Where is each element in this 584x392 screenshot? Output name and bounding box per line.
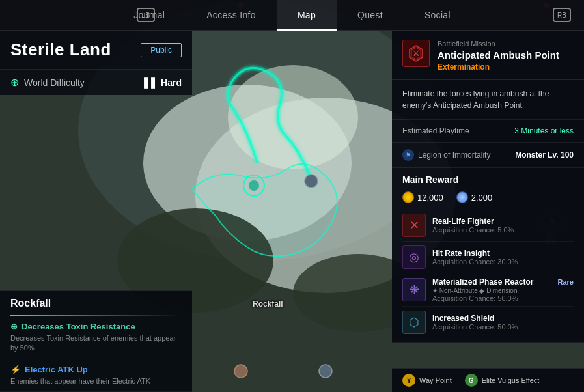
- difficulty-value: ❚❚ Hard: [141, 76, 182, 89]
- enemy-stat: ⚑ Legion of Immortality Monster Lv. 100: [392, 143, 584, 168]
- mission-icon: ⚔: [402, 40, 430, 67]
- effect-electric-desc: Enemies that appear have their Electric …: [10, 376, 182, 386]
- legion-icon: ⚑: [402, 149, 414, 161]
- rockfall-panel: Rockfall ⊕ Decreases Toxin Resistance De…: [0, 290, 192, 392]
- nav-tabs: Journal Access Info Map Quest Social: [113, 0, 471, 31]
- reward-name-shield: Increased Shield: [432, 314, 574, 323]
- reward-img-fighter: ✕: [402, 214, 426, 237]
- svg-point-11: [319, 365, 332, 378]
- mission-type: Battlefield Mission: [438, 40, 574, 48]
- reward-chance-insight: Acquisition Chance: 30.0%: [432, 258, 574, 266]
- elite-action[interactable]: G Elite Vulgus Effect: [465, 374, 540, 387]
- reward-chance-shield: Acquisition Chance: 50.0%: [432, 323, 574, 331]
- mission-name: Anticipated Ambush Point: [438, 49, 574, 61]
- reward-title: Main Reward: [402, 175, 574, 185]
- mission-header: ⚔ Battlefield Mission Anticipated Ambush…: [392, 31, 584, 80]
- toxin-icon: ⊕: [10, 322, 18, 331]
- map-label-rockfall: Rockfall: [253, 300, 283, 309]
- electric-icon: ⚡: [10, 365, 21, 374]
- svg-point-10: [234, 365, 247, 378]
- playtime-value: 3 Minutes or less: [514, 126, 574, 135]
- rockfall-title: Rockfall: [0, 291, 192, 315]
- reward-attrs-reactor: ✦ Non-Attribute ◆ Dimension: [432, 287, 574, 294]
- mission-description: Eliminate the forces lying in ambush at …: [392, 80, 584, 120]
- effect-electric: ⚡ Electric ATK Up Enemies that appear ha…: [0, 359, 192, 392]
- enemy-label: ⚑ Legion of Immortality: [402, 149, 490, 161]
- elite-button[interactable]: G: [465, 374, 478, 387]
- reward-chance-fighter: Acquisition Chance: 5.0%: [432, 226, 574, 234]
- reward-section: Main Reward 12,000 2,000 ✕ Real-Life Fig…: [392, 168, 584, 343]
- effect-toxin: ⊕ Decreases Toxin Resistance Decreases T…: [0, 316, 192, 359]
- reward-item-1: ◎ Hit Rate Insight Acquisition Chance: 3…: [402, 242, 574, 273]
- reward-item-3: ⬡ Increased Shield Acquisition Chance: 5…: [402, 307, 574, 338]
- left-panel: Sterile Land Public ⊕ World Difficulty ❚…: [0, 31, 192, 95]
- reward-item-0: ✕ Real-Life Fighter Acquisition Chance: …: [402, 210, 574, 242]
- reward-text-insight: Hit Rate Insight Acquisition Chance: 30.…: [432, 249, 574, 266]
- pause-icon: ❚❚: [141, 76, 156, 89]
- difficulty-icon: ⊕: [10, 76, 19, 89]
- reward-currency: 12,000 2,000: [402, 191, 574, 203]
- reward-chance-reactor: Acquisition Chance: 50.0%: [432, 294, 574, 302]
- gem-reward: 2,000: [456, 191, 493, 203]
- mission-emblem: ⚔: [407, 44, 425, 63]
- reward-text-shield: Increased Shield Acquisition Chance: 50.…: [432, 314, 574, 331]
- public-badge[interactable]: Public: [141, 43, 182, 57]
- svg-point-8: [249, 180, 259, 191]
- reward-name-insight: Hit Rate Insight: [432, 249, 574, 258]
- gold-icon: [402, 191, 414, 203]
- waypoint-action[interactable]: Y Way Point: [402, 374, 452, 387]
- reward-img-insight: ◎: [402, 245, 426, 269]
- reward-img-reactor: ❋: [402, 278, 426, 301]
- tab-social[interactable]: Social: [404, 0, 471, 31]
- tab-map[interactable]: Map: [277, 0, 337, 31]
- effect-toxin-desc: Decreases Toxin Resistance of enemies th…: [10, 333, 182, 354]
- mission-info: Battlefield Mission Anticipated Ambush P…: [438, 40, 574, 72]
- reward-rarity-reactor: Rare: [558, 278, 574, 286]
- monster-level: Monster Lv. 100: [515, 150, 574, 160]
- bottom-action-bar: Y Way Point G Elite Vulgus Effect: [392, 368, 584, 392]
- tab-access-info[interactable]: Access Info: [186, 0, 277, 31]
- reward-text-reactor: Materialized Phase Reactor Rare ✦ Non-At…: [432, 277, 574, 302]
- reward-img-shield: ⬡: [402, 311, 426, 334]
- gem-icon: [456, 191, 468, 203]
- svg-point-4: [228, 65, 358, 169]
- svg-text:⚔: ⚔: [413, 49, 419, 57]
- gold-reward: 12,000: [402, 191, 443, 203]
- reward-item-2: ❋ Materialized Phase Reactor Rare ✦ Non-…: [402, 273, 574, 307]
- reward-name-fighter: Real-Life Fighter: [432, 217, 574, 226]
- difficulty-label: ⊕ World Difficulty: [10, 76, 85, 89]
- world-title: Sterile Land: [10, 40, 111, 60]
- effect-electric-name: ⚡ Electric ATK Up: [10, 365, 182, 374]
- reward-name-reactor: Materialized Phase Reactor: [432, 277, 533, 287]
- rb-button[interactable]: RB: [553, 8, 571, 22]
- top-navigation: LB Journal Access Info Map Quest Social …: [0, 0, 584, 31]
- effect-toxin-name: ⊕ Decreases Toxin Resistance: [10, 322, 182, 331]
- tab-journal[interactable]: Journal: [113, 0, 186, 31]
- world-difficulty-bar: ⊕ World Difficulty ❚❚ Hard: [0, 69, 192, 95]
- playtime-stat: Estimated Playtime 3 Minutes or less: [392, 120, 584, 143]
- reward-text-fighter: Real-Life Fighter Acquisition Chance: 5.…: [432, 217, 574, 234]
- mission-subtype: Extermination: [438, 63, 574, 72]
- svg-point-9: [305, 175, 318, 188]
- waypoint-button[interactable]: Y: [402, 374, 415, 387]
- mission-panel: ⚔ Battlefield Mission Anticipated Ambush…: [392, 31, 584, 343]
- playtime-label: Estimated Playtime: [402, 126, 469, 135]
- world-title-bar: Sterile Land Public: [0, 31, 192, 69]
- tab-quest[interactable]: Quest: [337, 0, 404, 31]
